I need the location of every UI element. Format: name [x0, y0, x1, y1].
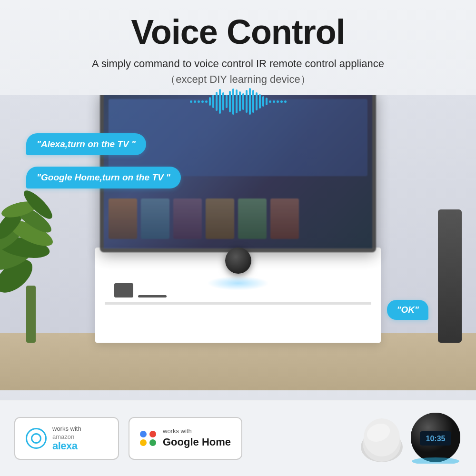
google-home-mini-container [359, 416, 405, 466]
wave-bar [256, 92, 258, 110]
tv-thumbnail [238, 198, 267, 239]
stand-shelf [105, 302, 371, 305]
tv-content-row [109, 198, 367, 239]
tv-thumbnail [109, 198, 137, 239]
wave-dot [269, 100, 271, 103]
living-room-scene: "Alexa,turn on the TV " "Google Home,tur… [0, 95, 476, 390]
wave-dot [284, 100, 287, 103]
wave-bar [262, 96, 264, 107]
google-works-with: works with [163, 427, 231, 436]
wave-dot [201, 100, 204, 103]
google-speech-bubble: "Google Home,turn on the TV " [26, 167, 181, 188]
smart-speakers: 10:35 [359, 411, 462, 466]
tv-thumbnail [173, 198, 202, 239]
ok-speech-bubble: "OK" [387, 300, 428, 320]
google-home-label: Google Home [163, 436, 231, 449]
wave-bar [236, 89, 238, 113]
wave-bar [266, 98, 268, 105]
subtitle-paren: （except DIY learning device） [165, 73, 310, 85]
page-wrapper: Voice Control A simply command to voice … [0, 0, 476, 476]
wave-bar [259, 94, 261, 109]
wave-bar [246, 90, 248, 113]
stand-items [114, 283, 167, 298]
google-dots-icon [140, 431, 157, 446]
google-home-mini-svg [359, 416, 405, 464]
wave-dot [190, 100, 192, 103]
header-section: Voice Control A simply command to voice … [0, 0, 476, 120]
google-dot-red [149, 431, 156, 437]
echo-dot-svg: 10:35 [409, 411, 462, 464]
stand-item-flat [138, 295, 167, 298]
tv-thumbnail [141, 198, 169, 239]
google-home-badge: works with Google Home [129, 417, 242, 460]
tv-thumbnail [206, 198, 234, 239]
device-body [225, 248, 251, 274]
google-badge-text: works with Google Home [163, 427, 231, 449]
wave-dot [205, 100, 208, 103]
tv-thumbnail [270, 198, 299, 239]
right-speaker [438, 209, 462, 343]
alexa-speech-bubble: "Alexa,turn on the TV " [26, 133, 146, 155]
plant-leaves-svg [0, 190, 67, 305]
wave-bar [216, 92, 218, 111]
wave-bar [242, 93, 244, 110]
bottom-bar: works with amazon alexa works with Googl… [0, 400, 476, 476]
soundwave [19, 87, 457, 116]
wave-bar [209, 97, 211, 106]
subtitle: A simply command to voice control IR rem… [19, 56, 457, 87]
svg-point-17 [412, 457, 459, 464]
wave-dot [277, 100, 279, 103]
wave-bar [229, 91, 231, 112]
echo-dot-container: 10:35 [409, 411, 462, 466]
alexa-works-with: works with [52, 425, 81, 433]
page-title: Voice Control [19, 13, 457, 51]
svg-text:10:35: 10:35 [426, 435, 446, 443]
wave-bar [212, 95, 214, 108]
alexa-badge-text: works with amazon alexa [52, 425, 81, 452]
wave-dot [280, 100, 283, 103]
wave-dot [273, 100, 275, 103]
stand-item-box [114, 283, 133, 298]
smart-ir-device [207, 248, 269, 290]
alexa-ring [31, 433, 41, 444]
google-dot-yellow [140, 439, 147, 446]
wave-bar [249, 88, 251, 115]
alexa-label: alexa [52, 441, 81, 451]
wave-bar [239, 91, 241, 111]
google-dot-green [149, 439, 156, 446]
wave-bar [219, 89, 221, 114]
alexa-icon [26, 428, 47, 449]
wave-bar [232, 89, 234, 115]
device-glow [207, 276, 269, 290]
wave-bar [252, 90, 254, 113]
plant-decoration [0, 190, 67, 343]
wave-dot [198, 100, 200, 103]
wave-dot [194, 100, 196, 103]
subtitle-main: A simply command to voice control IR rem… [92, 58, 384, 69]
wave-bar [222, 92, 224, 110]
google-dot-blue [140, 431, 147, 437]
wave-bar [226, 95, 228, 108]
alexa-badge: works with amazon alexa [14, 417, 119, 460]
